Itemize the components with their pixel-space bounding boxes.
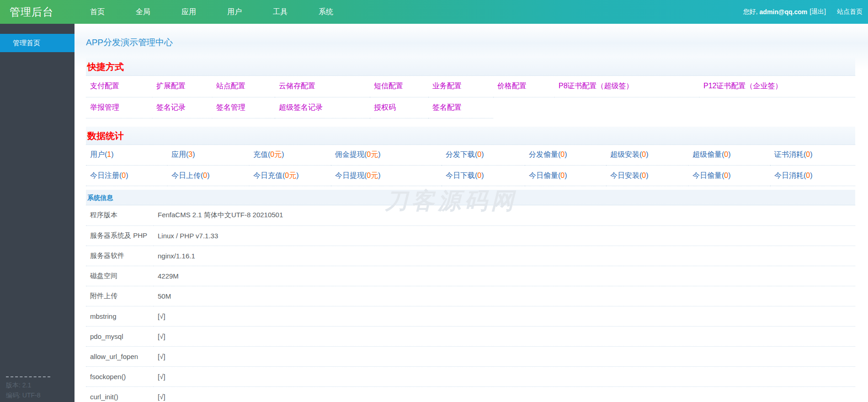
sidebar-item-admin-home[interactable]: 管理首页	[0, 34, 75, 52]
shortcut-link[interactable]: 签名管理	[216, 103, 245, 111]
stat-label: 用户(	[90, 150, 107, 158]
system-info-section-title: 系统信息	[86, 190, 855, 205]
shortcut-link[interactable]: 业务配置	[432, 82, 462, 90]
system-info-value: [√]	[154, 346, 855, 366]
shortcut-cell: 短信配置	[370, 76, 428, 97]
stat-cell[interactable]: 用户(1)	[86, 145, 167, 166]
shortcuts-section-title: 快捷方式	[86, 58, 855, 76]
shortcut-link[interactable]: 支付配置	[90, 82, 119, 90]
page-body: 管理首页 版本: 2.1 编码: UTF-8 APP分发演示管理中心 快捷方式 …	[0, 24, 868, 402]
system-info-row: allow_url_fopen[√]	[86, 346, 855, 366]
system-info-value: 50M	[154, 286, 855, 306]
stat-label: 今日提现(	[335, 172, 367, 179]
nav-item-5[interactable]: 工具	[257, 7, 303, 17]
logout-link[interactable]: [退出]	[809, 8, 826, 16]
stat-paren: )	[728, 150, 730, 158]
header-nav: 首页全局应用用户工具系统	[75, 0, 349, 24]
stat-cell[interactable]: 今日提现(0元)	[331, 166, 442, 186]
stat-label: 分发下载(	[446, 150, 477, 158]
shortcut-cell: 云储存配置	[275, 76, 370, 97]
shortcut-cell: 价格配置	[493, 76, 554, 97]
shortcut-cell: 扩展配置	[152, 76, 212, 97]
system-info-row: fsockopen()[√]	[86, 366, 855, 386]
shortcut-link[interactable]: P12证书配置（企业签）	[703, 82, 782, 90]
shortcut-cell: P8证书配置（超级签）	[554, 76, 699, 97]
stat-cell[interactable]: 今日注册(0)	[86, 166, 167, 186]
shortcut-link[interactable]: 超级签名记录	[279, 103, 323, 111]
stat-paren: )	[378, 150, 380, 158]
shortcut-link[interactable]: P8证书配置（超级签）	[559, 82, 634, 90]
stats-section-title: 数据统计	[86, 127, 855, 145]
stat-value: 0	[560, 150, 564, 158]
shortcut-link[interactable]: 举报管理	[90, 103, 119, 111]
stat-paren: )	[481, 172, 484, 179]
main-content: APP分发演示管理中心 快捷方式 支付配置扩展配置站点配置云储存配置短信配置业务…	[75, 24, 868, 402]
nav-item-2[interactable]: 全局	[120, 7, 166, 17]
shortcuts-row: 举报管理签名记录签名管理超级签名记录授权码签名配置	[86, 97, 855, 118]
shortcut-link[interactable]: 短信配置	[374, 82, 403, 90]
stat-label: 今日下载(	[446, 172, 477, 179]
stat-label: 今日注册(	[90, 172, 122, 179]
stat-paren: )	[192, 150, 195, 158]
stat-cell[interactable]: 今日偷量(0)	[688, 166, 770, 186]
stat-value: 0元	[285, 172, 296, 179]
stat-label: 今日消耗(	[774, 172, 806, 179]
system-info-value: [√]	[154, 366, 855, 386]
stat-cell[interactable]: 今日充值(0元)	[249, 166, 331, 186]
system-info-value: [√]	[154, 306, 855, 326]
shortcut-cell: P12证书配置（企业签）	[699, 76, 855, 97]
stat-cell[interactable]: 今日安装(0)	[606, 166, 688, 186]
nav-item-4[interactable]: 用户	[212, 7, 257, 17]
nav-item-1[interactable]: 首页	[75, 7, 120, 17]
shortcut-link[interactable]: 签名记录	[156, 103, 186, 111]
shortcut-cell: 签名配置	[428, 97, 493, 118]
system-info-label: 服务器系统及 PHP	[86, 225, 154, 246]
site-home-link[interactable]: 站点首页	[837, 8, 863, 16]
stat-paren: )	[646, 150, 648, 158]
stat-paren: )	[564, 172, 567, 179]
system-info-row: pdo_mysql[√]	[86, 326, 855, 346]
stat-cell[interactable]: 今日上传(0)	[167, 166, 249, 186]
stat-cell[interactable]: 今日偷量(0)	[525, 166, 606, 186]
shortcut-link[interactable]: 云储存配置	[279, 82, 315, 90]
nav-item-6[interactable]: 系统	[303, 7, 349, 17]
system-info-row: 附件上传50M	[86, 286, 855, 306]
stat-paren: )	[282, 150, 284, 158]
shortcut-link[interactable]: 站点配置	[216, 82, 245, 90]
stat-paren: )	[481, 150, 484, 158]
system-info-value: FenfaCMS 2.1 简体中文UTF-8 20210501	[154, 205, 855, 225]
system-info-label: 附件上传	[86, 286, 154, 306]
stat-cell[interactable]: 超级偷量(0)	[688, 145, 770, 166]
stat-cell[interactable]: 今日消耗(0)	[770, 166, 855, 186]
stat-cell[interactable]: 分发下载(0)	[442, 145, 525, 166]
stat-value: 0	[122, 172, 126, 179]
stat-cell[interactable]: 应用(3)	[167, 145, 249, 166]
stat-cell[interactable]: 佣金提现(0元)	[331, 145, 442, 166]
stat-value: 0	[560, 172, 564, 179]
stat-paren: )	[728, 172, 730, 179]
system-info-row: 服务器软件nginx/1.16.1	[86, 246, 855, 266]
app-brand-title: 管理后台	[0, 5, 75, 19]
shortcut-link[interactable]: 授权码	[374, 103, 396, 111]
shortcut-cell: 支付配置	[86, 76, 152, 97]
stat-cell[interactable]: 超级安装(0)	[606, 145, 688, 166]
system-info-value: [√]	[154, 326, 855, 346]
sidebar: 管理首页 版本: 2.1 编码: UTF-8	[0, 24, 75, 402]
stat-value: 0	[642, 172, 646, 179]
stat-value: 0	[477, 172, 481, 179]
shortcut-link[interactable]: 签名配置	[432, 103, 462, 111]
stat-cell[interactable]: 今日下载(0)	[442, 166, 525, 186]
nav-item-3[interactable]: 应用	[166, 7, 212, 17]
page-title: APP分发演示管理中心	[86, 24, 855, 49]
stat-cell[interactable]: 分发偷量(0)	[525, 145, 606, 166]
stat-cell[interactable]: 证书消耗(0)	[770, 145, 855, 166]
stat-cell[interactable]: 充值(0元)	[249, 145, 331, 166]
stat-paren: )	[810, 172, 812, 179]
shortcut-link[interactable]: 价格配置	[497, 82, 527, 90]
shortcut-link[interactable]: 扩展配置	[156, 82, 186, 90]
stats-row: 今日注册(0)今日上传(0)今日充值(0元)今日提现(0元)今日下载(0)今日偷…	[86, 166, 855, 186]
top-header-bar: 管理后台 首页全局应用用户工具系统 您好, admin@qq.com [退出] …	[0, 0, 868, 24]
system-info-row: curl_init()[√]	[86, 386, 855, 402]
stats-row: 用户(1)应用(3)充值(0元)佣金提现(0元)分发下载(0)分发偷量(0)超级…	[86, 145, 855, 166]
stat-value: 1	[107, 150, 111, 158]
